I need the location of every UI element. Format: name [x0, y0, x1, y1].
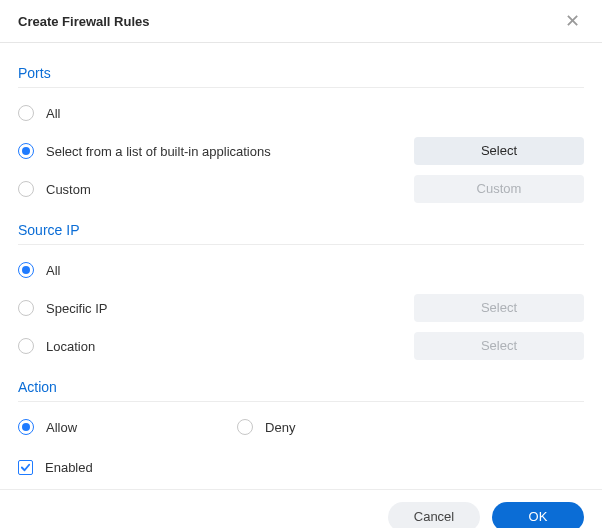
action-deny-radio[interactable]	[237, 419, 253, 435]
divider	[18, 87, 584, 88]
close-icon[interactable]: ✕	[561, 10, 584, 32]
enabled-label: Enabled	[45, 460, 93, 475]
source-specific-label: Specific IP	[46, 301, 107, 316]
source-specific-row: Specific IP Select	[18, 289, 584, 327]
source-location-radio[interactable]	[18, 338, 34, 354]
source-location-select-button: Select	[414, 332, 584, 360]
ports-all-radio[interactable]	[18, 105, 34, 121]
source-location-row: Location Select	[18, 327, 584, 365]
source-ip-section-title: Source IP	[18, 208, 584, 244]
dialog-body: Ports All Select from a list of built-in…	[0, 43, 602, 489]
source-location-label: Location	[46, 339, 95, 354]
source-specific-select-button: Select	[414, 294, 584, 322]
ports-section-title: Ports	[18, 51, 584, 87]
source-all-radio[interactable]	[18, 262, 34, 278]
ports-builtin-radio[interactable]	[18, 143, 34, 159]
ports-custom-label: Custom	[46, 182, 91, 197]
divider	[18, 244, 584, 245]
dialog-title: Create Firewall Rules	[18, 14, 150, 29]
ok-button[interactable]: OK	[492, 502, 584, 528]
action-row: Allow Deny	[18, 408, 584, 446]
create-firewall-rules-dialog: Create Firewall Rules ✕ Ports All Select…	[0, 0, 602, 528]
ports-all-label: All	[46, 106, 60, 121]
ports-custom-radio[interactable]	[18, 181, 34, 197]
ports-all-row: All	[18, 94, 584, 132]
enabled-checkbox[interactable]	[18, 460, 33, 475]
ports-builtin-label: Select from a list of built-in applicati…	[46, 144, 271, 159]
dialog-footer: Cancel OK	[0, 490, 602, 528]
cancel-button[interactable]: Cancel	[388, 502, 480, 528]
enabled-row: Enabled	[18, 446, 584, 489]
ports-custom-row: Custom Custom	[18, 170, 584, 208]
action-section-title: Action	[18, 365, 584, 401]
divider	[18, 401, 584, 402]
ports-builtin-row: Select from a list of built-in applicati…	[18, 132, 584, 170]
source-specific-radio[interactable]	[18, 300, 34, 316]
source-all-label: All	[46, 263, 60, 278]
source-all-row: All	[18, 251, 584, 289]
action-allow-label: Allow	[46, 420, 77, 435]
action-deny-label: Deny	[265, 420, 295, 435]
ports-custom-button: Custom	[414, 175, 584, 203]
dialog-header: Create Firewall Rules ✕	[0, 0, 602, 43]
ports-select-button[interactable]: Select	[414, 137, 584, 165]
action-allow-radio[interactable]	[18, 419, 34, 435]
check-icon	[20, 462, 31, 473]
